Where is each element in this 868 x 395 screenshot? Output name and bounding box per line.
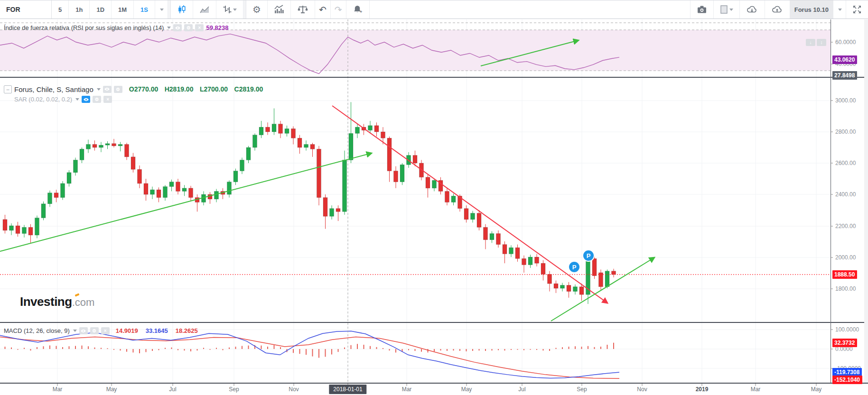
- interval-button-1h[interactable]: 1h: [69, 0, 90, 18]
- interval-button-group: 51h1D1M1S: [52, 0, 155, 18]
- time-axis-label: Jul: [169, 386, 176, 393]
- investing-logo: Investing.com: [20, 294, 94, 309]
- collapse-icon[interactable]: –: [4, 85, 12, 93]
- compare-scales-icon: [297, 5, 308, 14]
- time-axis-highlight: 2018-01-01: [329, 385, 366, 394]
- time-axis-label: Nov: [289, 386, 299, 393]
- screenshot-button[interactable]: [690, 0, 713, 18]
- price-axis-label: 2800.00: [835, 129, 856, 135]
- price-axis-label: 1800.00: [835, 285, 856, 292]
- fullscreen-button[interactable]: [846, 0, 868, 18]
- area-chart-icon: [199, 5, 210, 14]
- time-axis-label: Sep: [229, 386, 239, 393]
- svg-text:+: +: [360, 9, 362, 14]
- ohlc-bars-button[interactable]: [216, 0, 243, 18]
- macd-settings-button[interactable]: ⚙: [90, 327, 99, 334]
- gear-icon: ⚙: [252, 4, 261, 15]
- move-pane-down-icon[interactable]: ↓: [806, 39, 815, 46]
- logo-text-suffix: .com: [72, 296, 95, 308]
- interval-button-1D[interactable]: 1D: [90, 0, 112, 18]
- redo-button[interactable]: ↷: [331, 0, 346, 18]
- rsi-pane-header: Índice de fuerza relativa (RSI por sus s…: [4, 24, 228, 31]
- macd-value-2: 18.2625: [176, 327, 198, 334]
- area-chart-button[interactable]: [193, 0, 216, 18]
- sar-remove-button[interactable]: ×: [103, 96, 112, 103]
- position-marker[interactable]: P: [583, 250, 594, 261]
- sar-visibility-button[interactable]: [82, 96, 90, 103]
- time-axis-label: Mar: [402, 386, 412, 393]
- time-axis-label: May: [106, 386, 117, 393]
- series-settings-button[interactable]: ⚙: [114, 86, 122, 93]
- template-selector[interactable]: Forus 10.10: [790, 0, 833, 18]
- resize-pane-icon[interactable]: ↕: [817, 39, 826, 46]
- high-value: H2819.00: [165, 85, 194, 93]
- template-dropdown-button[interactable]: [833, 0, 846, 18]
- macd-value-1: 33.1645: [146, 327, 168, 334]
- interval-button-1M[interactable]: 1M: [112, 0, 134, 18]
- time-axis-label: Mar: [53, 386, 63, 393]
- macd-remove-button[interactable]: ×: [101, 327, 110, 334]
- chart-application: FOR 51h1D1M1S ⚙ ↶ ↷ +: [0, 0, 868, 395]
- add-alert-button[interactable]: +: [346, 0, 370, 18]
- cloud-upload-icon: [771, 5, 784, 14]
- symbol-title: Forus, Chile, S, Santiago: [14, 85, 93, 93]
- series-visibility-button[interactable]: [103, 86, 112, 93]
- rsi-oversold-badge: 27.8498: [832, 71, 857, 80]
- candlestick-chart-button[interactable]: [171, 0, 193, 18]
- chevron-down-icon: [160, 9, 164, 11]
- macd-badge-0: 32.3732: [832, 339, 857, 347]
- chevron-down-icon: [838, 9, 842, 11]
- interval-button-5[interactable]: 5: [52, 0, 69, 18]
- symbol-text: FOR: [6, 6, 20, 13]
- toolbar-right-group: Forus 10.10: [690, 0, 868, 18]
- layout-button[interactable]: [713, 0, 739, 18]
- alert-bell-icon: +: [353, 5, 363, 14]
- candlestick-icon: [177, 5, 187, 14]
- macd-axis-label: 100.0000: [835, 326, 859, 333]
- sar-settings-button[interactable]: ⚙: [93, 96, 101, 103]
- rsi-value-badge: 43.0620: [832, 55, 857, 64]
- chart-canvas[interactable]: [0, 0, 868, 395]
- interval-dropdown-button[interactable]: [155, 0, 168, 18]
- time-axis-label: May: [461, 386, 472, 393]
- indicators-icon: [274, 5, 284, 14]
- camera-icon: [697, 5, 707, 14]
- time-axis-label: Nov: [637, 386, 647, 393]
- symbol-input[interactable]: FOR: [0, 0, 52, 18]
- price-axis-label: 2400.00: [835, 191, 856, 198]
- redo-icon: ↷: [335, 4, 342, 15]
- price-axis-label: 3000.00: [835, 97, 856, 104]
- main-pane-header: – Forus, Chile, S, Santiago ⚙ O2770.00 H…: [4, 85, 263, 93]
- price-axis-label: 2000.00: [835, 254, 856, 261]
- top-toolbar: FOR 51h1D1M1S ⚙ ↶ ↷ +: [0, 0, 868, 19]
- rsi-title: Índice de fuerza relativa (RSI por sus s…: [4, 24, 164, 31]
- chevron-down-icon[interactable]: [75, 98, 79, 101]
- undo-button[interactable]: ↶: [315, 0, 331, 18]
- position-marker[interactable]: P: [569, 262, 579, 272]
- rsi-settings-button[interactable]: ⚙: [184, 24, 193, 31]
- rsi-visibility-button[interactable]: [173, 24, 182, 31]
- sar-indicator-row: SAR (0.02, 0.02, 0.2) ⚙ ×: [14, 96, 112, 103]
- undo-icon: ↶: [319, 4, 327, 15]
- open-value: O2770.00: [129, 85, 159, 93]
- ohlc-values: O2770.00 H2819.00 L2700.00 C2819.00: [125, 85, 263, 93]
- macd-visibility-button[interactable]: [79, 327, 88, 334]
- load-chart-button[interactable]: [739, 0, 765, 18]
- rsi-remove-button[interactable]: ×: [195, 24, 204, 31]
- macd-title: MACD (12, 26, close, 9): [4, 327, 70, 334]
- layout-icon: [720, 5, 728, 14]
- indicators-button[interactable]: [268, 0, 291, 18]
- settings-button[interactable]: ⚙: [246, 0, 268, 18]
- time-axis-label: Jul: [518, 386, 525, 393]
- time-axis-label: Mar: [751, 386, 761, 393]
- chevron-down-icon[interactable]: [167, 27, 171, 29]
- save-chart-button[interactable]: [765, 0, 790, 18]
- chevron-down-icon[interactable]: [73, 330, 77, 332]
- rsi-pane-controls: ↓ ↕: [806, 39, 826, 46]
- chevron-down-icon[interactable]: [97, 88, 101, 91]
- rsi-axis-label: 60.0000: [835, 39, 856, 46]
- compare-button[interactable]: [291, 0, 315, 18]
- ohlc-bars-icon: [223, 5, 232, 14]
- low-value: L2700.00: [200, 85, 228, 93]
- interval-button-1S[interactable]: 1S: [134, 0, 155, 18]
